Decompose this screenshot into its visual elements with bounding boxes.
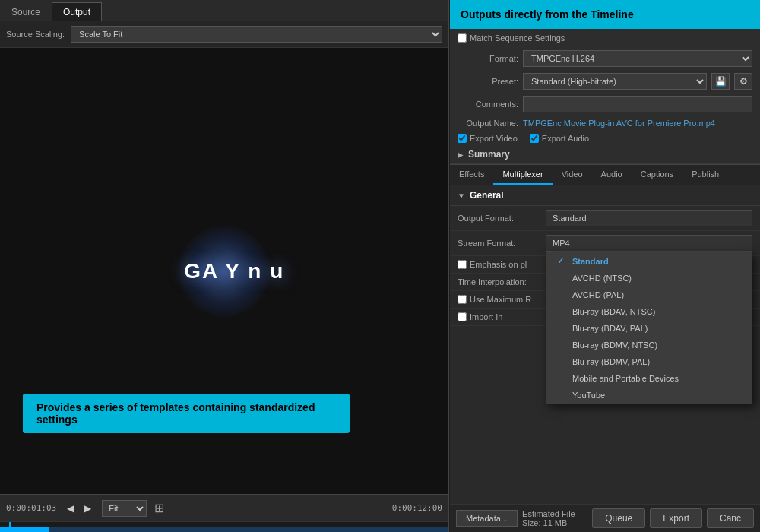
output-format-input[interactable] <box>546 210 752 226</box>
use-max-checkbox[interactable] <box>458 295 467 304</box>
output-format-row: Output Format: <box>450 206 760 231</box>
tab-publish[interactable]: Publish <box>682 165 728 185</box>
dropdown-item-standard[interactable]: ✓ Standard <box>546 252 752 270</box>
emphasis-checkbox[interactable] <box>458 260 467 269</box>
import-in-label[interactable]: Import In <box>458 312 502 321</box>
output-format-label: Output Format: <box>458 214 541 223</box>
export-video-label[interactable]: Export Video <box>458 134 518 143</box>
cancel-button[interactable]: Canc <box>707 508 754 528</box>
dropdown-item-bluray-bdav-ntsc[interactable]: Blu-ray (BDAV, NTSC) <box>546 303 752 320</box>
match-seq-checkbox[interactable] <box>458 33 467 43</box>
format-label: Format: <box>458 54 518 63</box>
export-button[interactable]: Export <box>650 508 702 528</box>
time-interp-label: Time Interpolation: <box>458 277 541 287</box>
preview-area: GA Y n u Provides a series of templates … <box>0 48 448 494</box>
summary-row[interactable]: ▶ Summary <box>450 146 760 163</box>
dropdown-item-bluray-bdmv-ntsc[interactable]: Blu-ray (BDMV, NTSC) <box>546 337 752 353</box>
dropdown-item-mobile[interactable]: Mobile and Portable Devices <box>546 370 752 387</box>
settings-preset-btn[interactable]: ⚙ <box>734 73 752 90</box>
fullscreen-icon[interactable]: ⊞ <box>154 501 164 515</box>
export-video-checkbox[interactable] <box>458 134 467 143</box>
tab-captions[interactable]: Captions <box>632 165 682 185</box>
source-scaling-row: Source Scaling: Scale To Fit Scale To Fi… <box>0 21 448 48</box>
prev-frame-btn[interactable]: ◀ <box>64 502 77 515</box>
check-mark-icon: ✓ <box>557 256 568 266</box>
tab-output[interactable]: Output <box>52 2 102 21</box>
playback-bar: 0:00:01:03 ◀ ▶ Fit 25% 50% 100% ⊞ 0:00:1… <box>0 494 448 521</box>
output-name-label: Output Name: <box>458 119 518 128</box>
dropdown-item-avchd-ntsc[interactable]: AVCHD (NTSC) <box>546 270 752 287</box>
stream-format-label: Stream Format: <box>458 239 541 248</box>
source-scaling-select[interactable]: Scale To Fit Scale To Fill Stretch to Fi… <box>71 26 442 43</box>
export-tooltip: Outputs directly from the Timeline <box>450 0 760 29</box>
time-end: 0:00:12:00 <box>392 503 442 513</box>
summary-arrow-icon: ▶ <box>458 150 464 159</box>
match-seq-label[interactable]: Match Sequence Settings <box>458 33 565 43</box>
metadata-button[interactable]: Metadata... <box>456 510 518 527</box>
comments-label: Comments: <box>458 100 518 109</box>
multiplexer-content: ▼ General Output Format: Stream Format: … <box>450 185 760 504</box>
comments-input[interactable] <box>523 96 752 112</box>
right-panel: Outputs directly from the Timeline Match… <box>450 0 760 532</box>
summary-label: Summary <box>468 149 510 160</box>
left-panel: Source Output Source Scaling: Scale To F… <box>0 0 448 532</box>
stream-format-input[interactable] <box>546 235 752 252</box>
stream-format-dropdown[interactable]: ✓ Standard AVCHD (NTSC) AVCHD (PAL) Blu-… <box>546 252 752 404</box>
format-select[interactable]: TMPGEnc H.264 <box>523 50 752 67</box>
format-row: Format: TMPGEnc H.264 <box>450 47 760 70</box>
tab-audio[interactable]: Audio <box>592 165 632 185</box>
left-tooltip-box: Provides a series of templates containin… <box>23 394 350 433</box>
stream-format-row: Stream Format: ✓ Standard AVCHD (NTSC) A… <box>450 231 760 256</box>
tab-effects[interactable]: Effects <box>450 165 493 185</box>
comments-row: Comments: <box>450 93 760 116</box>
emphasis-label[interactable]: Emphasis on pl <box>458 260 527 269</box>
bottom-tabs: Effects Multiplexer Video Audio Captions… <box>450 164 760 185</box>
output-name-link[interactable]: TMPGEnc Movie Plug-in AVC for Premiere P… <box>523 119 752 128</box>
timeline-strip[interactable] <box>0 521 448 532</box>
preset-select[interactable]: Standard (High-bitrate) <box>523 73 707 90</box>
play-controls: ◀ ▶ <box>64 502 94 515</box>
export-audio-label[interactable]: Export Audio <box>530 134 589 143</box>
panel-divider <box>448 0 449 532</box>
save-preset-btn[interactable]: 💾 <box>711 73 730 90</box>
match-seq-row: Match Sequence Settings <box>450 29 760 47</box>
queue-button[interactable]: Queue <box>592 508 645 528</box>
export-audio-checkbox[interactable] <box>530 134 539 143</box>
general-section-title: General <box>470 190 504 201</box>
tab-multiplexer[interactable]: Multiplexer <box>493 165 552 185</box>
use-max-label[interactable]: Use Maximum R <box>458 295 531 304</box>
bottom-bar: Metadata... Estimated File Size: 11 MB Q… <box>450 504 760 532</box>
file-size-label: Estimated File Size: 11 MB <box>522 509 587 527</box>
source-scaling-label: Source Scaling: <box>6 30 65 39</box>
general-arrow-icon: ▼ <box>458 192 465 200</box>
tab-source[interactable]: Source <box>0 2 52 21</box>
play-btn[interactable]: ▶ <box>81 502 94 515</box>
fit-select[interactable]: Fit 25% 50% 100% <box>102 500 147 517</box>
dropdown-item-bluray-bdav-pal[interactable]: Blu-ray (BDAV, PAL) <box>546 320 752 337</box>
preview-text: GA Y n u <box>184 259 284 283</box>
export-checkboxes-row: Export Video Export Audio <box>450 131 760 146</box>
general-section-header[interactable]: ▼ General <box>450 185 760 206</box>
import-in-checkbox[interactable] <box>458 312 467 321</box>
dropdown-item-youtube[interactable]: YouTube <box>546 387 752 404</box>
time-start: 0:00:01:03 <box>6 503 56 513</box>
dropdown-item-avchd-pal[interactable]: AVCHD (PAL) <box>546 287 752 303</box>
tab-video[interactable]: Video <box>553 165 592 185</box>
dropdown-item-bluray-bdmv-pal[interactable]: Blu-ray (BDMV, PAL) <box>546 353 752 370</box>
tabs-row: Source Output <box>0 0 448 21</box>
preset-row: Preset: Standard (High-bitrate) 💾 ⚙ <box>450 70 760 93</box>
output-name-row: Output Name: TMPGEnc Movie Plug-in AVC f… <box>450 116 760 131</box>
stream-format-dropdown-container: ✓ Standard AVCHD (NTSC) AVCHD (PAL) Blu-… <box>546 235 752 252</box>
preset-label: Preset: <box>458 77 518 86</box>
